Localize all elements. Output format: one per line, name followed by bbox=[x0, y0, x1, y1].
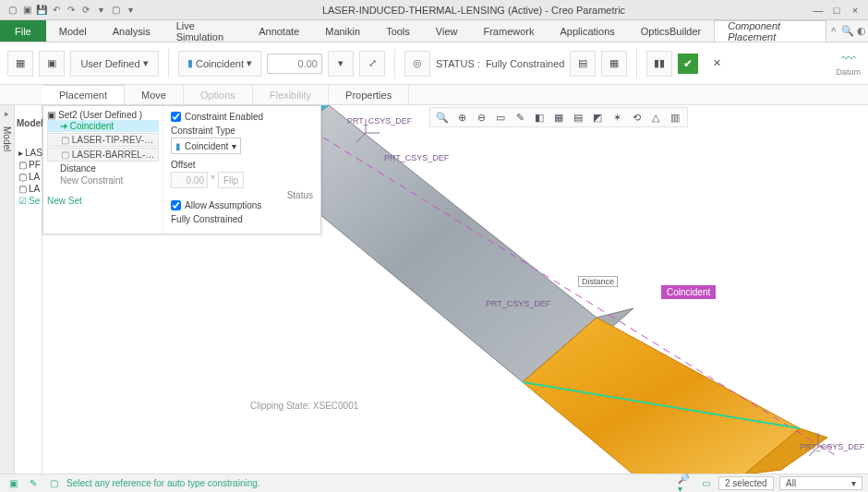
flip-icon[interactable]: ⤢ bbox=[359, 51, 385, 77]
minimize-button[interactable]: — bbox=[811, 5, 826, 16]
sb-ico-2[interactable]: ✎ bbox=[26, 476, 41, 491]
tab-tools[interactable]: Tools bbox=[373, 20, 423, 42]
set-header[interactable]: ▣ Set2 (User Defined ) bbox=[47, 110, 159, 120]
new-set-link[interactable]: New Set bbox=[47, 196, 159, 206]
zoom-in-icon[interactable]: ⊕ bbox=[453, 109, 470, 126]
open-icon[interactable]: ▣ bbox=[20, 4, 33, 17]
close-button[interactable]: × bbox=[848, 5, 862, 16]
status-hint: Select any reference for auto type const… bbox=[66, 478, 260, 488]
redo-icon[interactable]: ↷ bbox=[65, 4, 78, 17]
help-icon[interactable]: ◐ bbox=[854, 20, 868, 42]
datum-group-label[interactable]: Datum bbox=[836, 67, 861, 77]
constraint-type-dropdown[interactable]: ▮Coincident ▾ bbox=[171, 138, 241, 154]
reference-2[interactable]: ▢ LASER-BARREL-1:ES0_EO1_ bbox=[47, 148, 159, 162]
reference-1[interactable]: ▢ LASER-TIP-REV-2:ES0_EO1_ bbox=[47, 133, 159, 147]
subtab-properties[interactable]: Properties bbox=[329, 85, 409, 104]
nav-icon[interactable]: ▸ bbox=[5, 109, 9, 118]
selection-filter[interactable]: All▾ bbox=[779, 476, 862, 490]
model-tree-tab[interactable]: Model bbox=[2, 121, 12, 157]
save-icon[interactable]: 💾 bbox=[35, 4, 48, 17]
csys-label: PRT_CSYS_DEF bbox=[384, 153, 449, 162]
user-defined-label: User Defined bbox=[80, 58, 139, 69]
subtab-flexibility: Flexibility bbox=[253, 85, 329, 104]
offset-value-input bbox=[171, 172, 208, 188]
style-icon[interactable]: ◧ bbox=[531, 109, 548, 126]
tab-manikin[interactable]: Manikin bbox=[312, 20, 373, 42]
find-icon[interactable]: 🔎▾ bbox=[678, 476, 693, 491]
subtab-placement[interactable]: Placement bbox=[42, 85, 125, 104]
clipping-state-label: Clipping State: XSEC0001 bbox=[250, 401, 358, 411]
constraint-enabled-checkbox[interactable]: Constraint Enabled bbox=[171, 112, 313, 122]
offset-dropdown[interactable]: ▾ bbox=[328, 51, 354, 77]
maximize-button[interactable]: □ bbox=[829, 5, 844, 16]
tab-component-placement[interactable]: Component Placement bbox=[714, 20, 826, 42]
tab-framework[interactable]: Framework bbox=[470, 20, 547, 42]
tab-annotate[interactable]: Annotate bbox=[246, 20, 312, 42]
more-icon[interactable]: ▾ bbox=[124, 4, 137, 17]
tab-opticsbuilder[interactable]: OpticsBuilder bbox=[628, 20, 714, 42]
distance-callout[interactable]: Distance bbox=[578, 276, 618, 287]
status-heading: Status bbox=[171, 190, 313, 200]
selection-count[interactable]: 2 selected bbox=[718, 476, 774, 490]
annot-icon[interactable]: ✶ bbox=[609, 109, 625, 126]
collapse-ribbon-icon[interactable]: ^ bbox=[826, 20, 840, 42]
status-opt-1[interactable]: ▤ bbox=[570, 51, 596, 77]
perspective-icon[interactable]: ◩ bbox=[589, 109, 606, 126]
refit-icon[interactable]: ▭ bbox=[492, 109, 509, 126]
method-btn-2[interactable]: ▣ bbox=[39, 51, 65, 77]
placement-type-select[interactable]: User Defined▾ bbox=[70, 51, 159, 77]
repaint-icon[interactable]: ✎ bbox=[512, 109, 528, 126]
layers-icon[interactable]: ▤ bbox=[570, 109, 586, 126]
offset-label: Offset bbox=[171, 160, 313, 170]
tab-view[interactable]: View bbox=[423, 20, 471, 42]
allow-assumptions-checkbox[interactable]: Allow Assumptions bbox=[171, 200, 313, 210]
constraint-row-distance[interactable]: Distance bbox=[47, 162, 159, 174]
sb-ico-3[interactable]: ▢ bbox=[46, 476, 61, 491]
pause-button[interactable]: ▮▮ bbox=[646, 51, 672, 77]
status-icon: ◎ bbox=[404, 51, 430, 77]
status-opt-2[interactable]: ▦ bbox=[601, 51, 627, 77]
undo-icon[interactable]: ↶ bbox=[50, 4, 63, 17]
csys-label: PRT_CSYS_DEF bbox=[486, 299, 550, 308]
tab-analysis[interactable]: Analysis bbox=[100, 20, 163, 42]
coincident-callout[interactable]: Coincident bbox=[661, 285, 716, 299]
spin-icon[interactable]: ⟲ bbox=[628, 109, 645, 126]
tab-applications[interactable]: Applications bbox=[547, 20, 627, 42]
csys-label: PRT_CSYS_DEF bbox=[347, 116, 412, 126]
constraint-row-coincident[interactable]: ➔ Coincident bbox=[47, 120, 159, 132]
fully-constrained-label: Fully Constrained bbox=[171, 214, 313, 224]
csys-label: PRT_CSYS_DEF bbox=[800, 442, 864, 451]
zoom-out-icon[interactable]: ⊖ bbox=[473, 109, 489, 126]
subtab-options: Options bbox=[184, 85, 253, 104]
drop-icon[interactable]: ▾ bbox=[94, 4, 107, 17]
view-toolbar: 🔍 ⊕ ⊖ ▭ ✎ ◧ ▦ ▤ ◩ ✶ ⟲ △ ▥ bbox=[429, 107, 688, 127]
method-btn-1[interactable]: ▦ bbox=[7, 51, 33, 77]
more-view-icon[interactable]: ▥ bbox=[667, 109, 683, 126]
new-icon[interactable]: ▢ bbox=[6, 4, 18, 17]
status-prefix: STATUS : bbox=[436, 58, 480, 69]
flip-button: Flip bbox=[218, 172, 244, 188]
window-title: LASER-INDUCED-THERMAL-LENSING (Active) -… bbox=[142, 5, 805, 16]
constraint-type-label: Constraint Type bbox=[171, 126, 313, 136]
tab-model[interactable]: Model bbox=[46, 20, 100, 42]
placement-panel: ▣ Set2 (User Defined ) ➔ Coincident ▢ LA… bbox=[42, 105, 321, 234]
confirm-button[interactable]: ✔ bbox=[678, 54, 698, 74]
subtab-move[interactable]: Move bbox=[125, 85, 184, 104]
new-constraint-link[interactable]: New Constraint bbox=[47, 174, 159, 186]
select-mode-icon[interactable]: ▭ bbox=[698, 476, 713, 491]
cancel-button[interactable]: ✕ bbox=[704, 51, 729, 77]
tab-live-simulation[interactable]: Live Simulation bbox=[163, 20, 247, 42]
section-icon[interactable]: △ bbox=[647, 109, 664, 126]
search-icon[interactable]: 🔍 bbox=[840, 20, 854, 42]
offset-spinner: ▾ bbox=[211, 172, 215, 188]
sb-ico-1[interactable]: ▣ bbox=[6, 476, 20, 491]
saved-view-icon[interactable]: ▦ bbox=[550, 109, 567, 126]
zoom-fit-icon[interactable]: 🔍 bbox=[434, 109, 451, 126]
offset-input[interactable] bbox=[267, 54, 322, 74]
status-text: Fully Constrained bbox=[486, 58, 565, 69]
close-win-icon[interactable]: ▢ bbox=[109, 4, 122, 17]
regen-icon[interactable]: ⟳ bbox=[79, 4, 92, 17]
constraint-type-select[interactable]: ▮Coincident▾ bbox=[178, 51, 261, 77]
file-menu[interactable]: File bbox=[0, 20, 46, 42]
